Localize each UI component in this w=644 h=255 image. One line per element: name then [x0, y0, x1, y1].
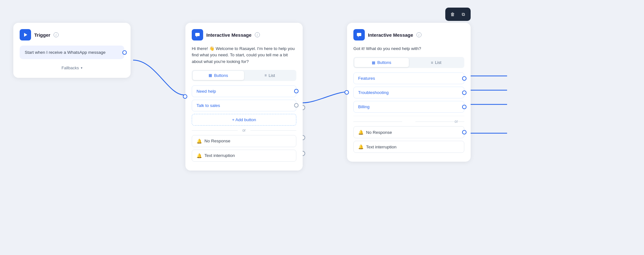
node1-tab-list[interactable]: ≡ List	[244, 71, 295, 80]
node1-info-icon[interactable]: i	[255, 32, 260, 37]
node1-text-interruption[interactable]: 🔔 Text interruption	[192, 150, 296, 162]
trigger-title: Trigger	[34, 32, 50, 38]
trigger-info-icon[interactable]: i	[54, 32, 59, 37]
features-output-dot	[462, 76, 467, 81]
list-tab-icon: ≡	[264, 73, 267, 78]
node1-icon	[192, 29, 203, 40]
node2-tab-buttons-label: Buttons	[377, 60, 391, 65]
trigger-icon	[20, 29, 31, 40]
node2-toolbar: 🗑 ⧉	[445, 8, 471, 21]
node1-or-divider: or	[192, 128, 296, 133]
need-help-output-dot	[294, 89, 299, 93]
node2-text-interruption-icon: 🔔	[358, 144, 364, 149]
node1-input-connector	[183, 94, 187, 99]
svg-rect-5	[357, 33, 361, 36]
node2-tab-list-label: List	[435, 60, 441, 65]
svg-rect-4	[195, 33, 200, 36]
node2-list-tab-icon: ≡	[431, 60, 433, 65]
node1-tab-buttons[interactable]: ▦ Buttons	[193, 71, 244, 80]
node2-info-icon[interactable]: i	[416, 32, 422, 37]
node2-message-text: Got it! What do you need help with?	[353, 46, 464, 52]
node2-tab-list[interactable]: ≡ List	[409, 58, 463, 67]
node2-or-divider: or	[353, 119, 464, 124]
node1-tab-buttons-label: Buttons	[214, 73, 228, 78]
node2-tabs: ▦ Buttons ≡ List	[353, 57, 464, 68]
node1-tabs: ▦ Buttons ≡ List	[192, 70, 296, 81]
fallbacks-label: Fallbacks	[61, 65, 79, 70]
node2-input-connector	[345, 90, 349, 95]
node2-no-response-icon: 🔔	[358, 130, 364, 135]
trigger-message-box[interactable]: Start when I receive a WhatsApp message	[20, 46, 124, 59]
node1-message-text: Hi there! 👋 Welcome to Rasayel. I'm here…	[192, 46, 296, 65]
node2-icon	[353, 29, 365, 40]
talk-to-sales-output-dot	[294, 103, 299, 108]
node2-header: Interactive Message i	[353, 29, 464, 40]
interactive-node-2: 🗑 ⧉ Interactive Message i Got it! What d…	[347, 23, 471, 162]
trigger-output-dot	[122, 50, 127, 55]
billing-output-dot	[462, 105, 467, 109]
buttons-tab-icon: ▦	[209, 73, 212, 78]
node1-title: Interactive Message	[206, 32, 252, 38]
node1-button-need-help[interactable]: Need help	[192, 85, 296, 97]
add-button-label: + Add button	[232, 117, 256, 122]
node2-text-interruption[interactable]: 🔔 Text interruption	[353, 141, 464, 153]
node2-button-features[interactable]: Features	[353, 72, 464, 84]
svg-marker-3	[24, 33, 27, 37]
node2-section-divider	[353, 116, 464, 116]
node2-button-billing[interactable]: Billing	[353, 101, 464, 113]
trigger-message-text: Start when I receive a WhatsApp message	[25, 50, 106, 55]
node1-no-response[interactable]: 🔔 No Response	[192, 135, 296, 147]
no-response-output-dot	[462, 130, 467, 134]
trigger-header: Trigger i	[20, 29, 124, 40]
interactive-node-1: Interactive Message i Hi there! 👋 Welcom…	[185, 23, 303, 171]
node2-delete-button[interactable]: 🗑	[448, 9, 457, 19]
node1-tab-list-label: List	[268, 73, 275, 78]
chevron-down-icon: ▾	[81, 66, 82, 70]
node2-button-troubleshooting[interactable]: Troubleshooting	[353, 87, 464, 98]
node1-header: Interactive Message i	[192, 29, 296, 40]
node2-no-response[interactable]: 🔔 No Response	[353, 126, 464, 138]
trigger-node: Trigger i Start when I receive a WhatsAp…	[13, 23, 131, 78]
text-interruption-icon: 🔔	[196, 153, 202, 158]
node1-add-button[interactable]: + Add button	[192, 114, 296, 126]
node2-title: Interactive Message	[368, 32, 413, 38]
fallbacks-button[interactable]: Fallbacks ▾	[59, 64, 85, 72]
node2-tab-buttons[interactable]: ▦ Buttons	[354, 58, 409, 67]
node2-copy-button[interactable]: ⧉	[459, 9, 468, 19]
troubleshooting-output-dot	[462, 90, 467, 95]
node2-buttons-tab-icon: ▦	[372, 60, 375, 65]
no-response-icon: 🔔	[196, 139, 202, 144]
node1-button-talk-to-sales[interactable]: Talk to sales	[192, 100, 296, 111]
